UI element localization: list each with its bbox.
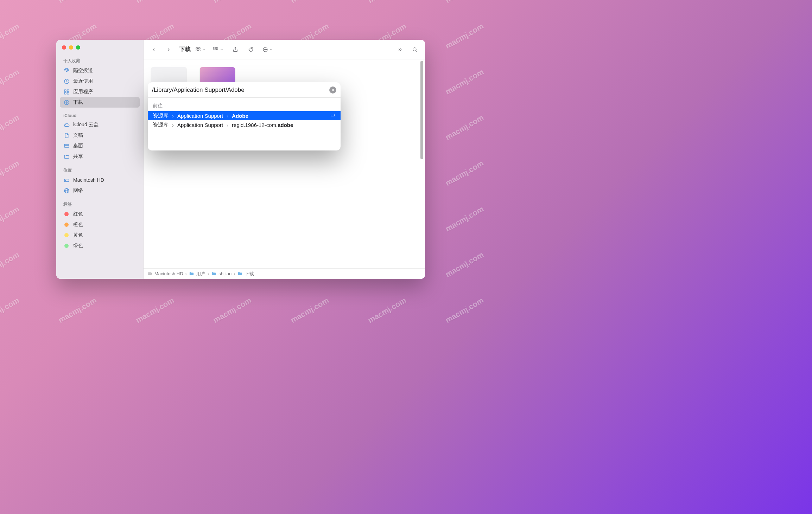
sidebar-item-label: 绿色 — [73, 243, 83, 249]
sidebar-item-disk[interactable]: Macintosh HD — [60, 175, 140, 185]
svg-rect-10 — [64, 179, 69, 181]
folder-icon — [237, 271, 243, 277]
finder-window: 个人收藏隔空投送最近使用应用程序下载iCloudiCloud 云盘文稿桌面共享位… — [56, 40, 425, 279]
airdrop-icon — [63, 68, 70, 74]
clear-input-button[interactable] — [329, 86, 336, 94]
tag-dot-icon — [63, 232, 70, 238]
window-controls — [60, 45, 140, 56]
close-window-button[interactable] — [62, 45, 66, 50]
goto-section-label: 前往： — [148, 101, 341, 111]
svg-point-11 — [65, 180, 65, 180]
clock-icon — [63, 78, 70, 84]
svg-rect-21 — [216, 47, 217, 49]
sidebar-item-label: 红色 — [73, 211, 83, 217]
return-icon — [330, 113, 336, 118]
svg-rect-19 — [213, 47, 214, 49]
svg-rect-33 — [148, 272, 152, 275]
goto-result-row[interactable]: 资源库›Application Support›Adobe — [148, 111, 341, 120]
sidebar-item-shared[interactable]: 共享 — [60, 151, 140, 162]
sidebar-item-label: 桌面 — [73, 143, 83, 149]
go-to-folder-dialog: 前往： 资源库›Application Support›Adobe资源库›App… — [148, 82, 341, 150]
svg-rect-8 — [64, 144, 69, 147]
sidebar-item-apps[interactable]: 应用程序 — [60, 86, 140, 97]
pathbar-segment[interactable]: 下载 — [237, 271, 254, 277]
svg-rect-4 — [64, 92, 66, 94]
svg-rect-16 — [198, 47, 200, 49]
apps-icon — [63, 89, 70, 95]
svg-point-26 — [252, 48, 252, 49]
sidebar-item-label: Macintosh HD — [73, 177, 104, 183]
sidebar-item-clock[interactable]: 最近使用 — [60, 76, 140, 86]
view-mode-button[interactable] — [210, 45, 225, 54]
svg-rect-24 — [216, 49, 217, 50]
sidebar-item-green[interactable]: 绿色 — [60, 240, 140, 251]
sidebar-item-label: 隔空投送 — [73, 68, 93, 74]
sidebar-item-cloud[interactable]: iCloud 云盘 — [60, 120, 140, 130]
tags-button[interactable] — [246, 45, 256, 54]
cloud-icon — [63, 122, 70, 128]
sidebar-item-label: 橙色 — [73, 221, 83, 228]
action-button[interactable] — [261, 45, 274, 54]
svg-line-32 — [416, 51, 417, 52]
sidebar-item-label: 下载 — [73, 99, 83, 105]
minimize-window-button[interactable] — [69, 45, 73, 50]
sidebar-item-label: 网络 — [73, 187, 83, 194]
svg-rect-5 — [67, 92, 69, 94]
sidebar-item-label: 黄色 — [73, 232, 83, 238]
sidebar-section-label: iCloud — [60, 111, 140, 120]
svg-rect-2 — [64, 90, 66, 91]
folder-icon — [189, 271, 195, 277]
tag-dot-icon — [63, 243, 70, 249]
download-icon — [63, 99, 70, 105]
pathbar-segment[interactable]: Macintosh HD — [147, 271, 183, 277]
sidebar-item-doc[interactable]: 文稿 — [60, 130, 140, 141]
svg-point-31 — [413, 47, 416, 51]
tag-dot-icon — [63, 221, 70, 228]
sidebar-item-download[interactable]: 下载 — [60, 97, 140, 108]
globe-icon — [63, 187, 70, 194]
svg-rect-23 — [215, 49, 216, 50]
pathbar-segment[interactable]: 用户 — [189, 271, 205, 277]
sidebar-item-label: iCloud 云盘 — [73, 122, 99, 128]
sidebar-item-label: 最近使用 — [73, 78, 93, 84]
back-button[interactable] — [148, 45, 159, 54]
sidebar-section-label: 位置 — [60, 165, 140, 175]
tag-dot-icon — [63, 211, 70, 217]
overflow-button[interactable] — [395, 45, 405, 54]
search-button[interactable] — [410, 45, 420, 54]
zoom-window-button[interactable] — [76, 45, 80, 50]
svg-rect-15 — [196, 47, 198, 49]
forward-button[interactable] — [163, 45, 174, 54]
go-to-folder-input[interactable] — [152, 86, 329, 94]
finder-sidebar: 个人收藏隔空投送最近使用应用程序下载iCloudiCloud 云盘文稿桌面共享位… — [56, 40, 144, 279]
svg-rect-20 — [215, 47, 216, 49]
pathbar-segment[interactable]: shijian — [211, 271, 231, 277]
svg-rect-3 — [67, 90, 69, 91]
scrollbar[interactable] — [419, 61, 424, 267]
folder-icon — [211, 271, 217, 277]
sidebar-item-label: 文稿 — [73, 132, 83, 139]
sidebar-item-yellow[interactable]: 黄色 — [60, 230, 140, 240]
sidebar-section-label: 个人收藏 — [60, 56, 140, 65]
sidebar-item-globe[interactable]: 网络 — [60, 185, 140, 196]
finder-toolbar: 下载 — [144, 40, 425, 59]
sidebar-item-airdrop[interactable]: 隔空投送 — [60, 65, 140, 76]
goto-result-row[interactable]: 资源库›Application Support›regid.1986-12-co… — [148, 120, 341, 129]
share-button[interactable] — [230, 45, 241, 54]
sidebar-item-label: 共享 — [73, 153, 83, 160]
desktop-icon — [63, 143, 70, 149]
svg-point-30 — [266, 49, 267, 50]
group-by-button[interactable] — [195, 45, 205, 54]
svg-rect-18 — [198, 50, 200, 51]
doc-icon — [63, 132, 70, 139]
hd-icon — [147, 271, 153, 277]
svg-rect-17 — [196, 50, 198, 51]
svg-point-0 — [66, 70, 67, 71]
sidebar-section-label: 标签 — [60, 199, 140, 209]
window-title: 下载 — [179, 46, 191, 53]
shared-icon — [63, 153, 70, 160]
sidebar-item-orange[interactable]: 橙色 — [60, 219, 140, 230]
sidebar-item-label: 应用程序 — [73, 89, 93, 95]
sidebar-item-desktop[interactable]: 桌面 — [60, 141, 140, 151]
sidebar-item-red[interactable]: 红色 — [60, 209, 140, 219]
